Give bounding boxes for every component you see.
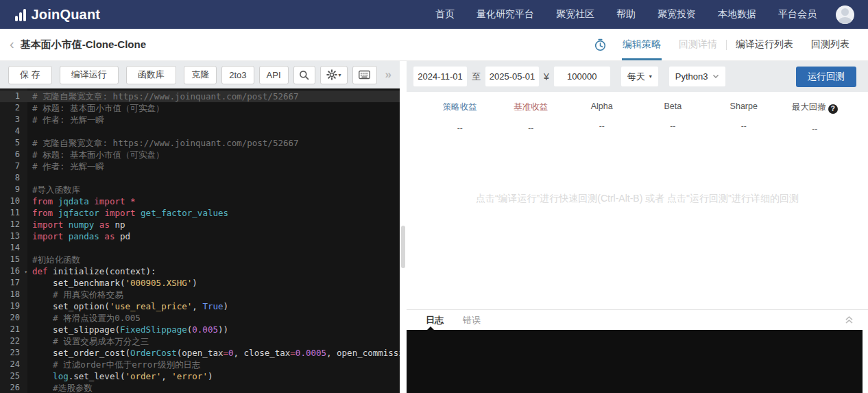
user-avatar[interactable] [836, 5, 854, 24]
code-text: import numpy as np [27, 219, 125, 230]
line-number: 3 [0, 114, 27, 126]
nav-item-home[interactable]: 首页 [435, 8, 455, 21]
code-text: #选股参数 [27, 382, 93, 393]
code-text: # 标题: 基本面小市值（可实盘） [27, 149, 165, 160]
strategy-title: 基本面小市值-Clone-Clone [21, 38, 146, 51]
tab-backtest-list[interactable]: 回测列表 [802, 29, 858, 60]
2to3-button[interactable]: 2to3 [221, 66, 254, 84]
line-number: 17 [0, 277, 27, 289]
code-text: #导入函数库 [27, 184, 80, 195]
save-button[interactable]: 保 存 [8, 66, 52, 84]
code-text: set_slippage(FixedSlippage(0.005)) [27, 324, 228, 335]
date-to-label: 至 [472, 71, 481, 83]
code-text: # 设置交易成本万分之三 [27, 335, 149, 347]
metric-value: -- [638, 121, 709, 131]
line-number: 6 [0, 149, 27, 160]
code-line: 18 # 用真实价格交易 [0, 289, 400, 300]
code-line: 5# 克隆自聚宽文章: https://www.joinquant.com/po… [0, 137, 400, 149]
line-number: 1 [0, 91, 27, 102]
language-select[interactable]: Python3 [669, 67, 725, 86]
code-text: set_option('use_real_price', True) [27, 300, 228, 312]
clone-button[interactable]: 克隆 [184, 66, 217, 84]
line-number: 12 [0, 219, 27, 230]
collapse-panel-icon[interactable] [844, 315, 854, 325]
line-number: 10 [0, 195, 27, 207]
tab-error[interactable]: 错误 [463, 314, 481, 326]
code-text: set_order_cost(OrderCost(open_tax=0, clo… [27, 347, 400, 359]
code-text: # 作者: 光辉一瞬 [27, 160, 104, 172]
tab-log[interactable]: 日志 [426, 314, 444, 326]
capital-input[interactable] [554, 67, 610, 86]
log-console[interactable] [407, 330, 863, 393]
fold-caret-icon[interactable]: ▾ [24, 266, 27, 278]
metric-beta: Beta-- [638, 102, 709, 134]
frequency-select[interactable]: 每天 ▾ [621, 67, 658, 86]
code-line: 22 # 设置交易成本万分之三 [0, 335, 400, 347]
gear-icon [326, 69, 337, 80]
code-editor[interactable]: 1# 克隆自聚宽文章: https://www.joinquant.com/po… [0, 88, 400, 393]
shortcuts-button[interactable] [352, 66, 377, 84]
line-number: 19 [0, 300, 27, 312]
toolbar-right-group: 克隆2to3API [179, 66, 391, 84]
log-section: 日志错误 [407, 309, 868, 393]
nav-item-community[interactable]: 聚宽社区 [556, 8, 594, 21]
logo-text: JoinQuant [32, 7, 101, 23]
joinquant-logo[interactable]: JoinQuant [15, 7, 100, 23]
line-number: 25 [0, 370, 27, 382]
line-number: 4 [0, 126, 27, 137]
nav-item-research-platform[interactable]: 量化研究平台 [477, 8, 534, 21]
code-line: 1# 克隆自聚宽文章: https://www.joinquant.com/po… [0, 91, 400, 102]
metric-label: Alpha [566, 102, 638, 111]
settings-button[interactable]: ▾ [320, 66, 348, 84]
code-text: # 用真实价格交易 [27, 289, 123, 300]
line-number: 5 [0, 137, 27, 149]
code-line: 12import numpy as np [0, 219, 400, 230]
code-line: 17 set_benchmark('000905.XSHG') [0, 277, 400, 289]
code-line: 8 [0, 172, 400, 184]
editor-scrollbar[interactable] [401, 226, 405, 268]
caret-down-icon: ▾ [649, 73, 652, 80]
code-text: set_benchmark('000905.XSHG') [27, 277, 197, 289]
code-line: 7# 作者: 光辉一瞬 [0, 160, 400, 172]
code-line: 9#导入函数库 [0, 184, 400, 195]
metric-alpha: Alpha-- [566, 102, 638, 134]
help-icon[interactable]: ? [828, 104, 838, 114]
code-text [27, 126, 32, 137]
chevron-down-icon [712, 74, 719, 79]
metric-benchmark-return: 基准收益-- [496, 102, 567, 134]
code-line: 2# 标题: 基本面小市值（可实盘） [0, 102, 400, 114]
code-text: #初始化函数 [27, 254, 80, 265]
code-text: from jqfactor import get_factor_values [27, 207, 228, 219]
tab-edit-strategy[interactable]: 编辑策略 [614, 29, 670, 60]
line-number: 11 [0, 207, 27, 219]
search-button[interactable] [293, 66, 315, 84]
code-line: 23 set_order_cost(OrderCost(open_tax=0, … [0, 347, 400, 359]
line-number: 21 [0, 324, 27, 335]
nav-item-local-data[interactable]: 本地数据 [718, 8, 756, 21]
api-button[interactable]: API [259, 66, 289, 84]
nav-item-investment[interactable]: 聚宽投资 [658, 8, 696, 21]
tab-compile-run-list[interactable]: 编译运行列表 [727, 29, 802, 60]
line-number: 23 [0, 347, 27, 359]
line-number: 15 [0, 254, 27, 265]
code-line: 4 [0, 126, 400, 137]
nav-item-help[interactable]: 帮助 [616, 8, 636, 21]
header-tabs: 编辑策略回测详情编译运行列表回测列表 [594, 29, 858, 60]
start-date-input[interactable] [413, 67, 467, 86]
code-text: import pandas as pd [27, 230, 130, 242]
history-clock-icon[interactable] [594, 38, 607, 51]
metric-value: -- [566, 121, 638, 131]
end-date-input[interactable] [485, 67, 539, 86]
nav-item-membership[interactable]: 平台会员 [778, 8, 817, 21]
code-text: # 将滑点设置为0.005 [27, 312, 141, 324]
compile-run-button[interactable]: 编译运行 [60, 66, 119, 84]
more-chevrons-icon[interactable]: » [385, 68, 391, 82]
run-backtest-button[interactable]: 运行回测 [796, 67, 856, 87]
back-icon[interactable]: ‹ [10, 37, 14, 51]
caret-down-icon: ▾ [339, 72, 341, 78]
backtest-hint-text: 点击“编译运行”进行快速回测(Ctrl-Alt-B) 或者 点击"运行回测"进行… [407, 193, 868, 205]
function-library-button[interactable]: 函数库 [126, 66, 176, 84]
log-tabs: 日志错误 [407, 309, 868, 330]
code-text: # 过滤order中低于error级别的日志 [27, 359, 200, 370]
line-number: 20 [0, 312, 27, 324]
